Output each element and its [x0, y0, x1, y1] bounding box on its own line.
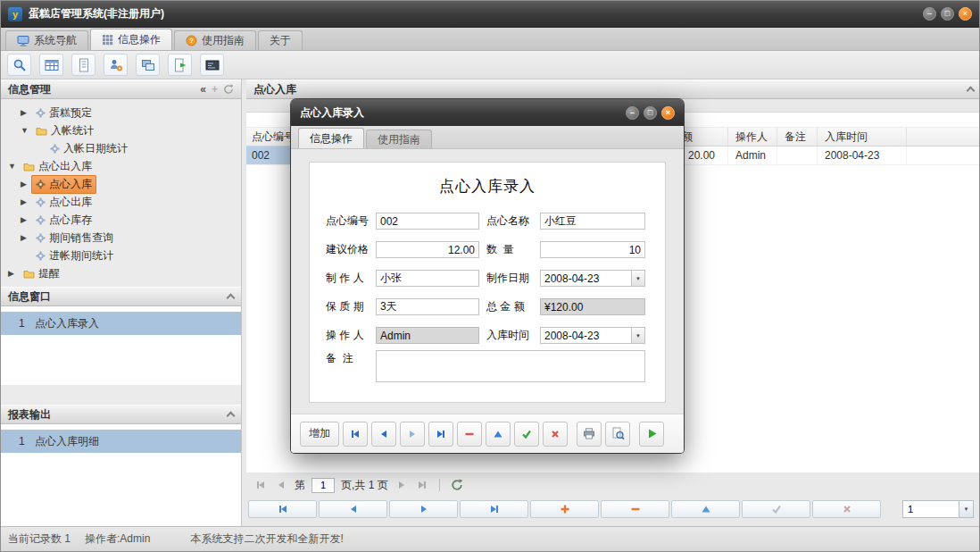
page-number-input[interactable] — [311, 478, 335, 493]
last-record-button[interactable] — [460, 500, 528, 518]
first-record-button[interactable] — [248, 500, 317, 518]
print-button[interactable] — [577, 422, 602, 447]
total-input[interactable] — [540, 298, 645, 315]
cancel-button[interactable] — [812, 500, 881, 518]
refresh-grid-icon[interactable] — [450, 478, 464, 492]
maker-input[interactable] — [376, 270, 479, 287]
dialog-minimize-button[interactable]: – — [626, 106, 639, 120]
qty-input[interactable] — [540, 241, 645, 258]
info-window-item[interactable]: 1 点心入库录入 — [1, 312, 241, 335]
expand-right-icon[interactable]: ▶ — [21, 197, 31, 206]
collapse-left-icon[interactable]: « — [200, 84, 206, 95]
report-output-item[interactable]: 1 点心入库明细 — [1, 430, 241, 453]
dialog-close-button[interactable]: × — [661, 106, 675, 120]
tab-system-nav[interactable]: 系统导航 — [5, 30, 88, 50]
expand-right-icon[interactable]: ▶ — [21, 215, 31, 224]
tree-item-income-period-stats[interactable]: 进帐期间统计 — [1, 247, 241, 264]
refresh-icon[interactable] — [223, 84, 234, 95]
tree-item-period-sales[interactable]: ▶ 期间销售查询 — [1, 229, 241, 247]
first-record-button[interactable] — [343, 422, 368, 447]
close-button[interactable]: × — [959, 7, 972, 21]
table-button[interactable] — [39, 54, 63, 76]
next-record-button[interactable] — [389, 500, 458, 518]
chevron-up-icon[interactable] — [227, 412, 236, 421]
column-header-time[interactable]: 入库时间 — [818, 128, 907, 146]
first-page-icon[interactable] — [253, 478, 268, 492]
expand-right-icon[interactable]: ▶ — [8, 269, 19, 278]
column-header-operator[interactable]: 操作人 — [728, 128, 777, 146]
edit-record-button[interactable] — [486, 422, 511, 447]
cancel-button[interactable] — [543, 422, 568, 447]
expand-right-icon[interactable]: ▶ — [21, 108, 31, 117]
maximize-button[interactable]: □ — [941, 7, 954, 21]
expand-right-icon[interactable]: ▶ — [21, 233, 31, 242]
dialog-maximize-button[interactable]: □ — [644, 106, 657, 120]
delete-record-button[interactable] — [457, 422, 482, 447]
tree-item-income-date-stats[interactable]: 入帐日期统计 — [1, 139, 241, 157]
tab-about[interactable]: 关于 — [258, 30, 303, 50]
prev-record-button[interactable] — [371, 422, 396, 447]
tree-item-snack-inout[interactable]: ▼ 点心出入库 — [1, 157, 241, 175]
expand-down-icon[interactable]: ▼ — [8, 162, 19, 171]
prev-record-button[interactable] — [319, 500, 387, 518]
console-icon — [205, 58, 220, 72]
chevron-down-icon[interactable]: ▼ — [631, 327, 645, 344]
document-button[interactable] — [71, 54, 96, 76]
minimize-button[interactable]: – — [923, 7, 936, 21]
snack-in-panel-header: 点心入库 — [246, 79, 980, 99]
expand-down-icon[interactable]: ▼ — [21, 126, 31, 135]
console-button[interactable] — [200, 54, 224, 76]
tab-info-ops[interactable]: 信息操作 — [90, 29, 172, 50]
prev-page-icon[interactable] — [274, 478, 288, 492]
store-time-input[interactable] — [540, 327, 631, 344]
expand-right-icon[interactable]: ▶ — [21, 180, 31, 188]
dialog-tab-info-ops[interactable]: 信息操作 — [298, 128, 364, 148]
export-button[interactable] — [168, 54, 192, 76]
search-button[interactable] — [7, 54, 31, 76]
name-input[interactable] — [540, 213, 645, 230]
chevron-down-icon[interactable]: ▼ — [631, 270, 645, 287]
tree-item-reminder[interactable]: ▶ 提醒 — [1, 264, 241, 282]
code-input[interactable] — [376, 213, 479, 230]
add-record-button[interactable] — [530, 500, 599, 518]
make-date-input[interactable] — [540, 270, 631, 287]
confirm-button[interactable] — [742, 500, 810, 518]
windows-button[interactable] — [136, 54, 160, 76]
tree-item-label: 提醒 — [38, 266, 60, 281]
tree-item-snack-out[interactable]: ▶ 点心出库 — [1, 193, 241, 211]
chevron-up-icon[interactable] — [227, 294, 236, 303]
column-header-note[interactable]: 备注 — [777, 128, 818, 146]
delete-record-button[interactable] — [601, 500, 669, 518]
note-textarea[interactable] — [376, 350, 645, 382]
status-bar: 当前记录数 1 操作者:Admin 本系统支持二次开发和全新开发! — [1, 526, 979, 551]
document-icon — [77, 58, 91, 72]
tree-item-cake-reserve[interactable]: ▶ 蛋糕预定 — [1, 104, 241, 121]
add-button[interactable]: 增加 — [300, 422, 339, 447]
shelf-input[interactable] — [376, 298, 479, 315]
record-count-input[interactable] — [902, 500, 959, 518]
price-input[interactable] — [376, 241, 479, 258]
application-window: y 蛋糕店管理系统(非注册用户) – □ × 系统导航 信息操作 ? 使用指南 … — [0, 0, 980, 552]
dialog-tab-guide[interactable]: 使用指南 — [366, 130, 432, 148]
add-icon[interactable]: + — [212, 84, 218, 95]
last-record-button[interactable] — [428, 422, 453, 447]
next-record-button[interactable] — [400, 422, 425, 447]
chevron-up-icon[interactable] — [967, 87, 976, 96]
report-output-title: 报表输出 — [8, 407, 51, 422]
chevron-down-icon[interactable]: ▼ — [959, 500, 974, 518]
tree-item-income-stats[interactable]: ▼ 入帐统计 — [1, 121, 241, 139]
tree-item-snack-in[interactable]: ▶ 点心入库 — [1, 175, 241, 193]
print-preview-button[interactable] — [605, 422, 630, 447]
run-button[interactable] — [639, 422, 664, 447]
tree-item-label: 入帐日期统计 — [63, 141, 128, 156]
users-button[interactable] — [104, 54, 128, 76]
page-prefix-label: 第 — [295, 478, 305, 493]
tab-guide[interactable]: ? 使用指南 — [174, 30, 256, 50]
operator-input[interactable] — [376, 327, 479, 344]
edit-record-button[interactable] — [671, 500, 740, 518]
last-page-icon[interactable] — [415, 478, 429, 492]
confirm-button[interactable] — [514, 422, 539, 447]
tree-item-label: 期间销售查询 — [49, 230, 113, 246]
tree-item-snack-stock[interactable]: ▶ 点心库存 — [1, 211, 241, 229]
next-page-icon[interactable] — [394, 478, 409, 492]
